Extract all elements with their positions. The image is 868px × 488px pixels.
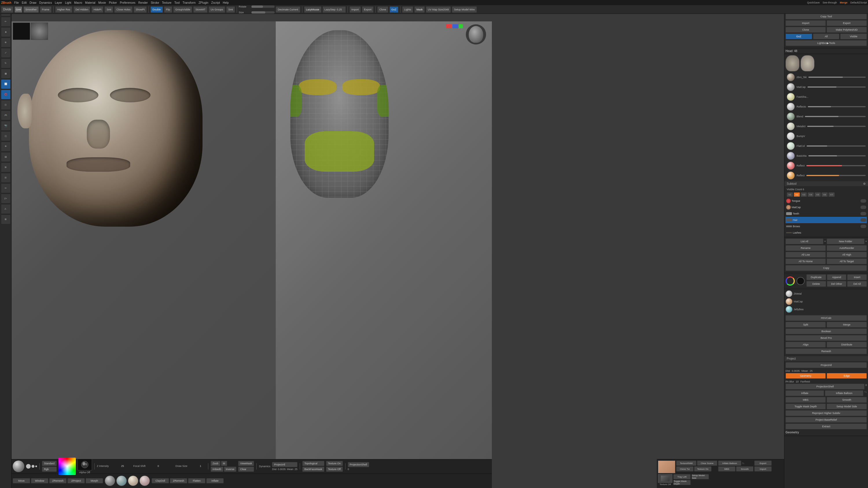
menu-tool[interactable]: Tool	[175, 1, 180, 4]
lazy-step-button[interactable]: LazyStep: 0.25	[322, 6, 346, 13]
material-item-flatcol[interactable]: FlatCol	[785, 141, 867, 151]
head-thumb-2[interactable]	[801, 55, 814, 71]
subd-v6[interactable]: V6	[822, 192, 828, 197]
merge-button[interactable]: Merge	[827, 322, 867, 328]
all-tool-button[interactable]: All	[813, 34, 840, 39]
flatten-button[interactable]: Flatten	[188, 478, 206, 483]
all-to-target-button[interactable]: All To Target	[827, 258, 867, 264]
edit-tool-icon[interactable]: ✏	[1, 17, 11, 27]
material-item-bumpv[interactable]: BumpV	[785, 132, 867, 141]
geometry-button[interactable]: Geometry	[785, 373, 826, 379]
left-viewport[interactable]	[11, 22, 276, 459]
mat-slider-basicma[interactable]	[808, 155, 866, 156]
all-low-button[interactable]: All Low	[785, 252, 826, 258]
subtool-teeth[interactable]: Teeth	[785, 210, 867, 217]
smoother-button[interactable]: Smoother	[24, 6, 39, 13]
menu-macro[interactable]: Macro	[74, 1, 82, 4]
distribute-button[interactable]: Distribute	[827, 342, 867, 348]
project-base-relief-button[interactable]: Project BaseRelief	[785, 417, 867, 423]
hide-pt-button[interactable]: HidePt	[91, 6, 103, 13]
right-viewport[interactable]	[276, 22, 492, 459]
thumbnail-head[interactable]	[31, 23, 48, 40]
inverse-button[interactable]: Inverse	[224, 466, 237, 472]
auto-reorder-button[interactable]: AutoReorder	[827, 245, 867, 251]
jellybea-sphere[interactable]	[785, 306, 793, 313]
inflate-balloon-button[interactable]: Inflate Balloon	[825, 390, 863, 396]
texture-raw-button[interactable]: TextureRAW	[676, 460, 696, 466]
export-tool-button[interactable]: Export	[827, 20, 867, 26]
topological-button[interactable]: Topological	[302, 461, 324, 466]
clone-txr-button[interactable]: Clone Txr	[676, 466, 693, 471]
decimate-current-button[interactable]: Decimate Current	[276, 6, 300, 13]
list-all-plus[interactable]: +	[824, 238, 826, 244]
toggle-mask-depth-button[interactable]: Toggle Mask Depth	[785, 403, 826, 410]
material-item-reflect-orange[interactable]: Reflect	[785, 171, 867, 180]
store-mt-button[interactable]: StoreMT	[193, 6, 208, 13]
subtool-matcap[interactable]: MatCap	[785, 204, 867, 210]
zproject-button[interactable]: ZProject	[67, 478, 85, 483]
remesh-button[interactable]: Remesh	[785, 348, 867, 354]
subtool-lashes[interactable]: Lashes	[785, 230, 867, 236]
proj-shell-button[interactable]: ProjectionShell	[348, 462, 369, 467]
smt-button[interactable]: Smt	[104, 6, 113, 13]
see-through-btn[interactable]: See-through	[823, 1, 837, 4]
default-zscript-btn[interactable]: DefaultZScript	[850, 1, 867, 4]
ps-sub-icon[interactable]: ⊟	[1, 173, 11, 183]
import-btn[interactable]: Import	[349, 6, 361, 13]
reproject-higher-subdiv-button[interactable]: Reproject Higher Subdiv	[785, 410, 867, 416]
skin-texture-thumb[interactable]	[658, 460, 675, 473]
uv-groups-button[interactable]: Uv Groups	[209, 6, 225, 13]
shape-sphere-1[interactable]	[105, 476, 115, 486]
scale-tool-icon[interactable]: ⤢	[1, 48, 11, 58]
subtool-hair[interactable]: Hair	[785, 217, 867, 223]
zsub-icon[interactable]: Z-	[1, 204, 11, 214]
m-button[interactable]: M	[221, 461, 227, 466]
view-mask-button[interactable]: ViewMask	[238, 461, 254, 466]
clear-scene-button[interactable]: Clear Scene	[697, 460, 717, 466]
menu-material[interactable]: Material	[85, 1, 95, 4]
menu-dynamics[interactable]: Dynamics	[39, 1, 52, 4]
align-button[interactable]: Align	[785, 342, 826, 348]
material-item-blend[interactable]: Blend	[785, 112, 867, 121]
smooth-right-button[interactable]: Smooth	[736, 466, 753, 471]
window-button[interactable]: Window	[31, 478, 48, 483]
setup-model-side-button[interactable]: Setup Model Side	[827, 403, 867, 410]
quicksave-btn[interactable]: QuickSave	[807, 1, 820, 4]
size-slider[interactable]	[251, 11, 275, 13]
frame-button[interactable]: Frame	[40, 6, 52, 13]
mbs-button[interactable]: MBS	[785, 397, 826, 403]
local-sym-icon[interactable]: ⇔	[1, 183, 11, 193]
subtool-toggle-tongue[interactable]	[861, 199, 866, 203]
material-item-reflect[interactable]: Reflecto	[785, 102, 867, 111]
list-all-button[interactable]: List All	[785, 238, 824, 244]
export-btn[interactable]: Export	[362, 6, 374, 13]
shape-sphere-4[interactable]	[140, 476, 150, 486]
mbs-right-button[interactable]: MBS	[718, 466, 736, 471]
double-button[interactable]: Double	[151, 6, 163, 13]
divide-button[interactable]: Divide	[1, 6, 13, 13]
game-icon[interactable]: 🎮	[1, 110, 11, 120]
mat-slider-reflect-red[interactable]	[806, 165, 866, 166]
duplicate-button[interactable]: Duplicate	[806, 274, 826, 280]
viewport-compass[interactable]	[466, 24, 486, 44]
close-holes-button[interactable]: Close Holes	[114, 6, 132, 13]
mat-slider-flatcol[interactable]	[807, 145, 866, 147]
menu-light[interactable]: Light	[65, 1, 71, 4]
delete-button[interactable]: Delete	[806, 281, 826, 287]
floor-tool-icon[interactable]: ▦	[1, 69, 11, 78]
tray-left-button[interactable]: Tray Left	[673, 474, 691, 479]
new-folder-plus[interactable]: +	[865, 238, 867, 244]
snap-icon[interactable]: ⊠	[1, 215, 11, 224]
texture-off-preview[interactable]	[658, 474, 673, 483]
menu-zbrush[interactable]: ZBrush	[1, 1, 11, 4]
flip-button[interactable]: Flip	[164, 6, 173, 13]
texture-off-label[interactable]: Texture Off	[660, 483, 671, 486]
sel-rect-icon[interactable]: ⬜	[1, 79, 11, 89]
clone-tool-button[interactable]: Clone	[785, 27, 826, 33]
lightbox-button[interactable]: Lightbox▶Tools	[785, 40, 867, 46]
rename-button[interactable]: Rename	[785, 245, 826, 251]
subd-v1[interactable]: V1	[787, 192, 793, 197]
clone-btn[interactable]: Clone	[377, 6, 388, 13]
ghost-icon[interactable]: 👁	[1, 142, 11, 152]
subtool-toggle-teeth[interactable]	[861, 212, 866, 216]
